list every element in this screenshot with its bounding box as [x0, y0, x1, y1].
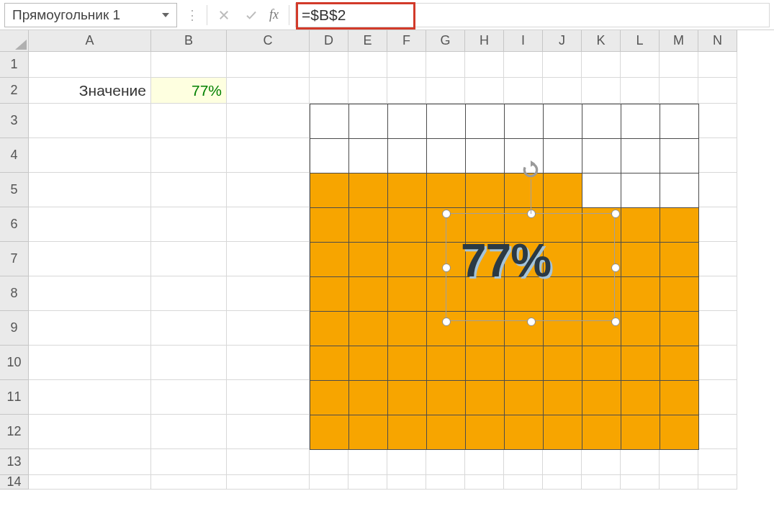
row-header[interactable]: 3 [0, 104, 29, 138]
cell[interactable] [310, 449, 348, 475]
cell[interactable]: Значение [29, 78, 151, 104]
row-header[interactable]: 1 [0, 52, 29, 78]
row-header[interactable]: 2 [0, 78, 29, 104]
column-header[interactable]: H [465, 30, 504, 52]
cell[interactable] [698, 52, 737, 78]
cell[interactable] [151, 346, 227, 380]
cell[interactable] [698, 138, 737, 173]
column-header[interactable]: J [543, 30, 582, 52]
cell[interactable] [426, 449, 465, 475]
cell[interactable] [29, 380, 151, 415]
cell[interactable] [698, 311, 737, 346]
cell[interactable] [698, 242, 737, 276]
cell[interactable] [504, 449, 543, 475]
cell[interactable] [151, 173, 227, 207]
cancel-button[interactable] [213, 4, 235, 26]
cell[interactable] [29, 415, 151, 449]
row-header[interactable]: 4 [0, 138, 29, 173]
cell[interactable] [698, 173, 737, 207]
cell[interactable] [227, 346, 310, 380]
resize-handle[interactable] [442, 263, 451, 272]
resize-handle[interactable] [442, 317, 451, 326]
row-header[interactable]: 7 [0, 242, 29, 276]
cell[interactable] [504, 78, 543, 104]
cell[interactable] [660, 449, 698, 475]
cell[interactable] [310, 52, 348, 78]
cell[interactable] [227, 207, 310, 242]
cell[interactable] [29, 207, 151, 242]
column-header[interactable]: K [582, 30, 621, 52]
cell[interactable] [698, 415, 737, 449]
row-header[interactable]: 12 [0, 415, 29, 449]
cell[interactable] [29, 242, 151, 276]
cell[interactable] [151, 415, 227, 449]
cell[interactable] [660, 78, 698, 104]
cell[interactable] [621, 52, 660, 78]
cell[interactable] [227, 311, 310, 346]
cell[interactable] [582, 52, 621, 78]
cell[interactable] [227, 380, 310, 415]
resize-handle[interactable] [527, 317, 536, 326]
cell[interactable] [348, 475, 387, 490]
cell[interactable] [582, 475, 621, 490]
cell[interactable] [151, 52, 227, 78]
cell[interactable] [543, 52, 582, 78]
cell[interactable] [348, 52, 387, 78]
cell[interactable]: 77% [151, 78, 227, 104]
cell[interactable] [29, 475, 151, 490]
cell[interactable] [387, 449, 426, 475]
column-header[interactable]: L [621, 30, 660, 52]
cell[interactable] [151, 311, 227, 346]
cell[interactable] [698, 276, 737, 311]
column-header[interactable]: I [504, 30, 543, 52]
rotation-handle[interactable] [521, 161, 540, 179]
cell[interactable] [227, 78, 310, 104]
cell[interactable] [426, 52, 465, 78]
column-header[interactable]: B [151, 30, 227, 52]
column-header[interactable]: M [660, 30, 698, 52]
cell[interactable] [387, 475, 426, 490]
cell[interactable] [698, 207, 737, 242]
column-header[interactable]: G [426, 30, 465, 52]
fx-label[interactable]: fx [268, 7, 283, 22]
selected-shape[interactable]: 77% [446, 213, 615, 321]
resize-handle[interactable] [611, 209, 620, 218]
cell[interactable] [543, 475, 582, 490]
cell[interactable] [582, 78, 621, 104]
cell[interactable] [543, 78, 582, 104]
cell[interactable] [698, 475, 737, 490]
cell[interactable] [582, 449, 621, 475]
cell[interactable] [151, 207, 227, 242]
spreadsheet[interactable]: ABCDEFGHIJKLMN 12Значение77%345678910111… [0, 30, 774, 490]
cell[interactable] [227, 415, 310, 449]
select-all-corner[interactable] [0, 30, 29, 52]
cell[interactable] [151, 475, 227, 490]
row-header[interactable]: 13 [0, 449, 29, 475]
cell[interactable] [621, 78, 660, 104]
cell[interactable] [29, 346, 151, 380]
cell[interactable] [227, 475, 310, 490]
cell[interactable] [465, 449, 504, 475]
cell[interactable] [348, 449, 387, 475]
cell[interactable] [660, 52, 698, 78]
column-header[interactable]: N [698, 30, 737, 52]
cell[interactable] [465, 78, 504, 104]
cell[interactable] [151, 104, 227, 138]
cell[interactable] [29, 138, 151, 173]
cell[interactable] [465, 52, 504, 78]
cell[interactable] [348, 78, 387, 104]
cell[interactable] [543, 449, 582, 475]
column-header[interactable]: C [227, 30, 310, 52]
row-header[interactable]: 6 [0, 207, 29, 242]
cell[interactable] [151, 138, 227, 173]
cell[interactable] [151, 276, 227, 311]
column-header[interactable]: A [29, 30, 151, 52]
cell[interactable] [698, 78, 737, 104]
chevron-down-icon[interactable] [162, 13, 169, 17]
resize-handle[interactable] [611, 317, 620, 326]
cell[interactable] [227, 449, 310, 475]
cell[interactable] [227, 52, 310, 78]
cell[interactable] [227, 104, 310, 138]
cell[interactable] [426, 475, 465, 490]
cell[interactable] [151, 449, 227, 475]
